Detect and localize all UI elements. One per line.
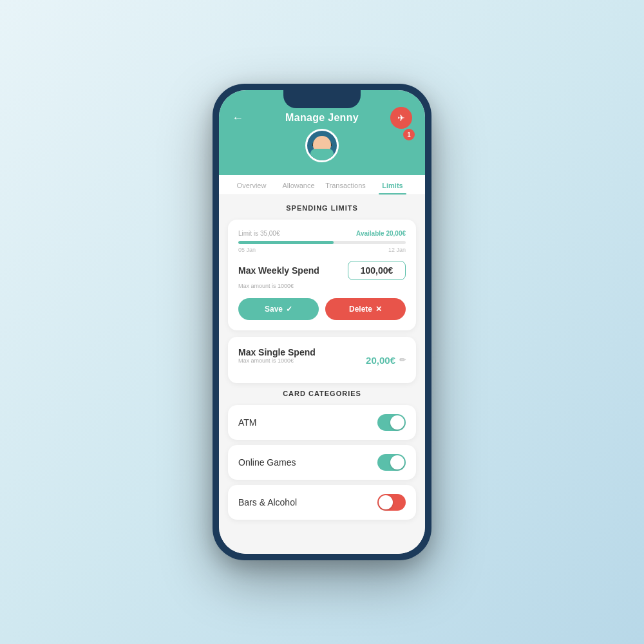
main-content: SPENDING LIMITS Limit is 35,00€ Availabl… (219, 195, 425, 554)
tab-transactions[interactable]: Transactions (322, 182, 369, 194)
back-button[interactable]: ← (232, 111, 243, 125)
page-title: Manage Jenny (285, 112, 359, 124)
toggle-knob-online-games (390, 455, 404, 469)
limit-is-label: Limit is 35,00€ (238, 230, 279, 237)
card-categories-section: CARD CATEGORIES ATM Online Games Bars & … (228, 390, 416, 520)
single-spend-amount: 20,00€ (366, 355, 395, 366)
tab-overview[interactable]: Overview (228, 182, 275, 194)
date-start: 05 Jan (238, 247, 256, 253)
check-icon: ✓ (286, 305, 292, 314)
category-row-online-games: Online Games (228, 445, 416, 480)
single-spend-card: Max Single Spend Max amount is 1000€ 20,… (228, 337, 416, 383)
phone-frame: ← Manage Jenny ✈ 1 Overview Allowance Tr… (213, 84, 431, 560)
weekly-max-hint: Max amount is 1000€ (238, 283, 406, 289)
progress-fill (238, 241, 334, 244)
toggle-atm[interactable] (377, 414, 406, 431)
delete-button[interactable]: Delete ✕ (325, 298, 406, 320)
toggle-online-games[interactable] (377, 454, 406, 471)
tab-bar: Overview Allowance Transactions Limits (219, 175, 425, 195)
weekly-spend-input[interactable]: 100,00€ (348, 261, 406, 280)
available-label: Available 20,00€ (356, 230, 406, 237)
avatar-container: 1 (232, 129, 412, 162)
phone-notch (283, 90, 361, 108)
save-label: Save (265, 305, 283, 314)
x-icon: ✕ (375, 305, 382, 314)
category-row-bars-alcohol: Bars & Alcohol (228, 485, 416, 520)
single-max-hint: Max amount is 1000€ (238, 357, 316, 364)
category-label-online-games: Online Games (238, 457, 296, 468)
avatar (305, 129, 339, 162)
category-label-atm: ATM (238, 417, 257, 428)
weekly-limit-card: Limit is 35,00€ Available 20,00€ 05 Jan … (228, 220, 416, 330)
max-single-label: Max Single Spend (238, 347, 316, 357)
tab-limits[interactable]: Limits (369, 182, 416, 194)
tab-allowance[interactable]: Allowance (275, 182, 322, 194)
avatar-body (310, 149, 334, 160)
progress-bar (238, 241, 406, 244)
max-weekly-label: Max Weekly Spend (238, 265, 319, 276)
toggle-knob-bars-alcohol (379, 495, 393, 509)
send-button[interactable]: ✈ (390, 107, 412, 129)
save-button[interactable]: Save ✓ (238, 298, 319, 320)
category-label-bars-alcohol: Bars & Alcohol (238, 497, 297, 507)
category-row-atm: ATM (228, 405, 416, 440)
edit-icon: ✏ (399, 355, 406, 365)
spending-limits-title: SPENDING LIMITS (228, 204, 416, 212)
delete-label: Delete (349, 305, 372, 314)
toggle-knob-atm (390, 415, 404, 430)
card-categories-title: CARD CATEGORIES (228, 390, 416, 397)
notification-badge: 1 (403, 129, 415, 140)
single-spend-value[interactable]: 20,00€ ✏ (366, 355, 406, 366)
toggle-bars-alcohol[interactable] (377, 494, 406, 511)
date-end: 12 Jan (388, 247, 406, 253)
phone-screen: ← Manage Jenny ✈ 1 Overview Allowance Tr… (219, 90, 425, 554)
